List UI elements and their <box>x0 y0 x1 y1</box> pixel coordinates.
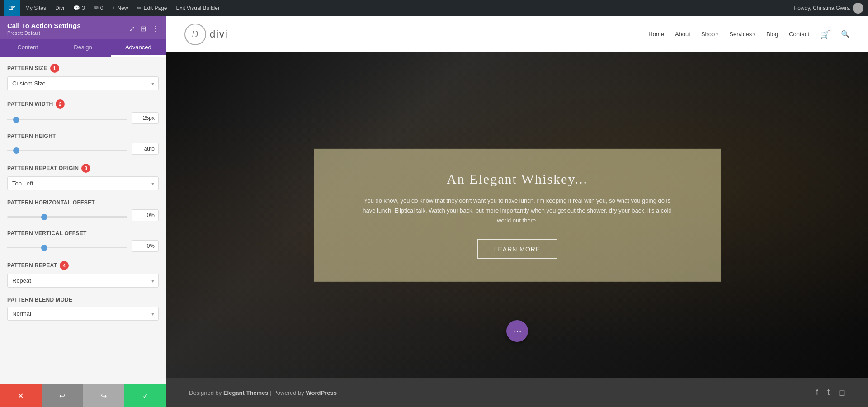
pattern-horizontal-offset-label: Pattern Horizontal Offset <box>7 199 159 206</box>
save-button[interactable]: ✓ <box>124 384 166 407</box>
pattern-vertical-offset-label: Pattern Vertical Offset <box>7 230 159 237</box>
pattern-vertical-offset-slider-wrap <box>7 242 127 250</box>
exit-builder-button[interactable]: Exit Visual Builder <box>172 0 223 16</box>
site-logo: D divi <box>184 24 228 45</box>
divi-button[interactable]: Divi <box>52 0 68 16</box>
admin-bar-left: ☞ My Sites Divi 💬 3 ✉ 0 + New ✏ Edit Pag… <box>4 0 223 16</box>
admin-bar: ☞ My Sites Divi 💬 3 ✉ 0 + New ✏ Edit Pag… <box>0 0 868 16</box>
pattern-repeat-select-wrap: Repeat Repeat X Repeat Y No Repeat ▼ <box>7 274 159 288</box>
panel-header-icons: ⤢ ⊞ ⋮ <box>129 24 159 33</box>
pattern-height-slider[interactable] <box>7 150 127 151</box>
pattern-vertical-offset-slider[interactable] <box>7 247 127 248</box>
pattern-repeat-select[interactable]: Repeat Repeat X Repeat Y No Repeat <box>7 274 159 288</box>
pattern-repeat-origin-select[interactable]: Top Left Top Center Top Right Center Lef… <box>7 176 159 190</box>
facebook-icon[interactable]: f <box>816 388 818 398</box>
footer-social: f t ◻ <box>816 388 845 398</box>
pattern-horizontal-offset-slider-wrap <box>7 211 127 219</box>
pattern-repeat-label: Pattern Repeat 4 <box>7 261 159 270</box>
edit-page-button[interactable]: ✏ Edit Page <box>133 0 170 16</box>
cta-learn-more-button[interactable]: Learn More <box>477 239 558 259</box>
panel-title: Call To Action Settings <box>7 22 81 29</box>
pattern-size-label: Pattern Size 1 <box>7 64 159 73</box>
pattern-size-group: Pattern Size 1 Custom Size Small Medium … <box>7 64 159 90</box>
fullscreen-icon[interactable]: ⤢ <box>129 24 135 33</box>
pattern-horizontal-offset-slider-row <box>7 209 159 221</box>
pattern-repeat-origin-group: Pattern Repeat Origin 3 Top Left Top Cen… <box>7 164 159 190</box>
comments-count: 3 <box>82 5 85 11</box>
pattern-height-slider-wrap <box>7 145 127 153</box>
pattern-size-select-wrap: Custom Size Small Medium Large ▼ <box>7 76 159 90</box>
site-header: D divi Home About Shop ▾ Services ▾ <box>166 16 868 52</box>
twitter-icon[interactable]: t <box>827 388 830 398</box>
my-sites-button[interactable]: My Sites <box>22 0 50 16</box>
pattern-blend-mode-label: Pattern Blend Mode <box>7 297 159 303</box>
site-footer: Designed by Elegant Themes | Powered by … <box>166 378 868 407</box>
howdy-text: Howdy, Christina Gwira <box>794 5 850 11</box>
fab-button[interactable]: ⋯ <box>506 320 528 342</box>
footer-text: Designed by Elegant Themes | Powered by … <box>189 389 337 396</box>
columns-icon[interactable]: ⊞ <box>140 24 146 33</box>
pattern-width-slider[interactable] <box>7 119 127 120</box>
main-content: Call To Action Settings Preset: Default … <box>0 16 868 407</box>
pattern-height-value[interactable] <box>132 143 159 155</box>
messages-button[interactable]: ✉ 0 <box>90 0 107 16</box>
new-button[interactable]: + New <box>108 0 132 16</box>
site-nav: Home About Shop ▾ Services ▾ Blog Contac <box>648 29 850 39</box>
pattern-vertical-offset-value[interactable] <box>132 240 159 252</box>
badge-2: 2 <box>56 99 65 109</box>
pattern-vertical-offset-slider-row <box>7 240 159 252</box>
pattern-horizontal-offset-value[interactable] <box>132 209 159 221</box>
website-preview: D divi Home About Shop ▾ Services ▾ <box>166 16 868 407</box>
undo-button[interactable]: ↩ <box>42 384 83 407</box>
exit-builder-label: Exit Visual Builder <box>176 5 220 11</box>
panel-body: Pattern Size 1 Custom Size Small Medium … <box>0 57 166 384</box>
more-options-icon[interactable]: ⋮ <box>151 24 159 33</box>
instagram-icon[interactable]: ◻ <box>839 388 845 398</box>
logo-circle: D <box>184 24 206 45</box>
tab-content[interactable]: Content <box>0 39 55 57</box>
nav-about[interactable]: About <box>675 31 690 38</box>
logo-letter: D <box>192 29 199 39</box>
services-chevron: ▾ <box>753 32 755 37</box>
tab-design[interactable]: Design <box>55 39 110 57</box>
comments-button[interactable]: 💬 3 <box>70 0 89 16</box>
cart-icon[interactable]: 🛒 <box>820 29 830 39</box>
pattern-size-select[interactable]: Custom Size Small Medium Large <box>7 76 159 90</box>
search-icon[interactable]: 🔍 <box>841 30 850 38</box>
pattern-width-group: Pattern Width 2 <box>7 99 159 124</box>
pattern-width-value[interactable] <box>132 112 159 124</box>
panel-header-left: Call To Action Settings Preset: Default <box>7 22 81 36</box>
redo-button[interactable]: ↪ <box>83 384 125 407</box>
cancel-button[interactable]: ✕ <box>0 384 42 407</box>
pattern-width-slider-row <box>7 112 159 124</box>
fab-icon: ⋯ <box>513 326 522 336</box>
pattern-repeat-group: Pattern Repeat 4 Repeat Repeat X Repeat … <box>7 261 159 288</box>
panel-header: Call To Action Settings Preset: Default … <box>0 16 166 39</box>
messages-count: 0 <box>100 5 104 11</box>
cta-title: An Elegant Whiskey... <box>341 171 693 187</box>
edit-icon: ✏ <box>137 5 142 11</box>
new-label: New <box>117 5 128 11</box>
panel-footer: ✕ ↩ ↪ ✓ <box>0 384 166 407</box>
pattern-blend-mode-select[interactable]: Normal Multiply Screen Overlay Darken Li… <box>7 307 159 321</box>
panel-preset: Preset: Default <box>7 30 81 36</box>
pattern-repeat-origin-select-wrap: Top Left Top Center Top Right Center Lef… <box>7 176 159 190</box>
cta-body: You do know, you do know that they don't… <box>359 196 675 226</box>
comment-icon: 💬 <box>73 5 80 11</box>
divi-label: Divi <box>55 5 64 11</box>
nav-services[interactable]: Services ▾ <box>729 31 755 38</box>
pattern-horizontal-offset-slider[interactable] <box>7 216 127 218</box>
pattern-width-label: Pattern Width 2 <box>7 99 159 109</box>
hero-section: An Elegant Whiskey... You do know, you d… <box>166 52 868 378</box>
wp-logo[interactable]: ☞ <box>4 0 20 16</box>
nav-blog[interactable]: Blog <box>766 31 778 38</box>
nav-shop[interactable]: Shop ▾ <box>701 31 718 38</box>
badge-4: 4 <box>60 261 69 270</box>
message-icon: ✉ <box>94 5 99 11</box>
badge-3: 3 <box>81 164 90 173</box>
nav-contact[interactable]: Contact <box>789 31 809 38</box>
nav-home[interactable]: Home <box>648 31 664 38</box>
tab-advanced[interactable]: Advanced <box>111 39 166 57</box>
badge-1: 1 <box>50 64 59 73</box>
pattern-blend-mode-group: Pattern Blend Mode Normal Multiply Scree… <box>7 297 159 321</box>
